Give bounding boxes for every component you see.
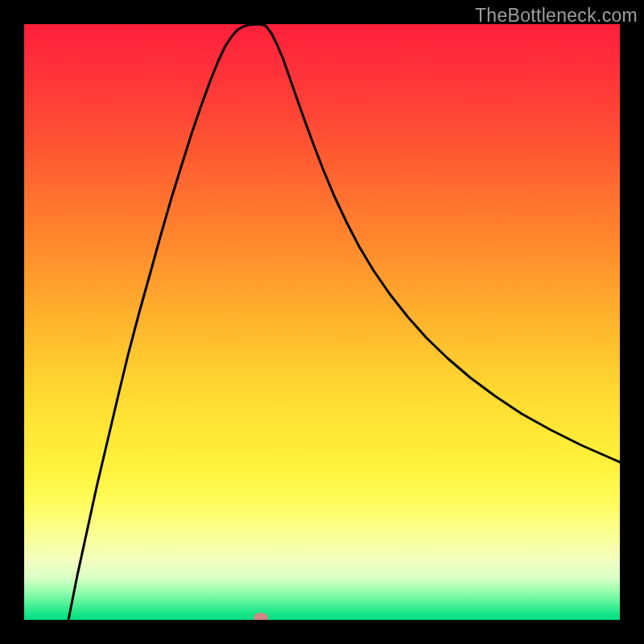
chart-frame: TheBottleneck.com [0,0,644,644]
watermark-text: TheBottleneck.com [475,5,638,27]
plot-area [24,24,620,620]
optimum-marker [254,613,268,620]
bottleneck-curve [24,24,620,620]
